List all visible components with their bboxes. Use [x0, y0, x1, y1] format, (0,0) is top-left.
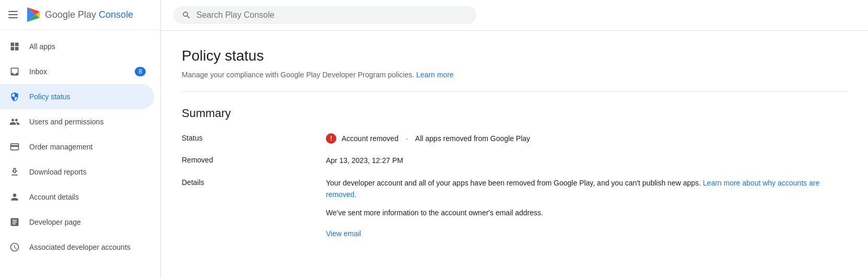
sidebar-item-label-users-permissions: Users and permissions	[29, 118, 146, 126]
grid-icon	[8, 40, 21, 53]
view-email-link[interactable]: View email	[326, 228, 361, 239]
credit-card-icon	[8, 141, 21, 153]
shield-icon	[8, 90, 21, 103]
summary-row-status: Status ! Account removed · All apps remo…	[182, 133, 847, 144]
content-divider	[182, 91, 847, 92]
sidebar-item-label-associated-developer: Associated developer accounts	[29, 243, 146, 251]
logo-text: Google Play Console	[45, 9, 133, 20]
page-title: Policy status	[182, 48, 847, 64]
details-text-line1: Your developer account and all of your a…	[326, 177, 847, 201]
article-icon	[8, 216, 21, 228]
search-input[interactable]	[196, 10, 468, 20]
status-label: Status	[182, 133, 318, 144]
sidebar-item-inbox[interactable]: Inbox 8	[0, 59, 154, 84]
page-subtitle: Manage your compliance with Google Play …	[182, 71, 847, 79]
download-icon	[8, 166, 21, 178]
topbar	[161, 0, 868, 31]
people-icon	[8, 115, 21, 128]
section-title: Summary	[182, 107, 847, 120]
learn-more-link[interactable]: Learn more	[416, 71, 454, 79]
inbox-icon	[8, 65, 21, 78]
inbox-badge: 8	[135, 67, 146, 76]
sidebar-item-label-all-apps: All apps	[29, 42, 146, 51]
sidebar-item-account-details[interactable]: Account details	[0, 184, 154, 210]
sidebar-item-label-download-reports: Download reports	[29, 168, 146, 176]
sidebar-item-label-developer-page: Developer page	[29, 218, 146, 226]
google-play-logo-icon	[25, 6, 42, 23]
summary-table: Status ! Account removed · All apps remo…	[182, 133, 847, 239]
removed-value: Apr 13, 2023, 12:27 PM	[326, 155, 847, 166]
details-value: Your developer account and all of your a…	[326, 177, 847, 240]
status-account-removed: Account removed	[342, 133, 398, 144]
sidebar-item-all-apps[interactable]: All apps	[0, 34, 154, 59]
status-value: ! Account removed · All apps removed fro…	[326, 133, 847, 144]
sidebar-item-policy-status[interactable]: Policy status	[0, 84, 154, 109]
details-text-line2: We've sent more information to the accou…	[326, 207, 847, 218]
sidebar-header: Google Play Console	[0, 0, 160, 30]
main-content: Policy status Manage your compliance wit…	[161, 0, 868, 278]
removed-label: Removed	[182, 155, 318, 166]
summary-row-removed: Removed Apr 13, 2023, 12:27 PM	[182, 155, 847, 166]
details-label: Details	[182, 177, 318, 240]
person-icon	[8, 191, 21, 203]
error-icon: !	[326, 133, 336, 144]
logo-area: Google Play Console	[25, 6, 133, 23]
settings-circle-icon	[8, 241, 21, 253]
sidebar: Google Play Console All apps Inbox 8 Pol…	[0, 0, 161, 278]
dot-separator: ·	[406, 133, 408, 144]
sidebar-nav: All apps Inbox 8 Policy status Users and…	[0, 30, 160, 278]
sidebar-item-label-inbox: Inbox	[29, 67, 126, 76]
sidebar-item-label-order-management: Order management	[29, 143, 146, 151]
sidebar-item-download-reports[interactable]: Download reports	[0, 159, 154, 184]
sidebar-item-order-management[interactable]: Order management	[0, 134, 154, 159]
hamburger-menu[interactable]	[8, 8, 21, 21]
sidebar-item-label-policy-status: Policy status	[29, 92, 146, 101]
search-bar[interactable]	[173, 6, 476, 24]
sidebar-item-users-permissions[interactable]: Users and permissions	[0, 109, 154, 134]
sidebar-item-developer-page[interactable]: Developer page	[0, 210, 154, 235]
sidebar-item-label-account-details: Account details	[29, 193, 146, 201]
content-area: Policy status Manage your compliance wit…	[161, 31, 868, 278]
status-extra: All apps removed from Google Play	[415, 133, 530, 144]
status-row-content: ! Account removed · All apps removed fro…	[326, 133, 847, 144]
summary-row-details: Details Your developer account and all o…	[182, 177, 847, 240]
sidebar-item-associated-developer[interactable]: Associated developer accounts	[0, 235, 154, 260]
search-icon	[182, 10, 191, 20]
